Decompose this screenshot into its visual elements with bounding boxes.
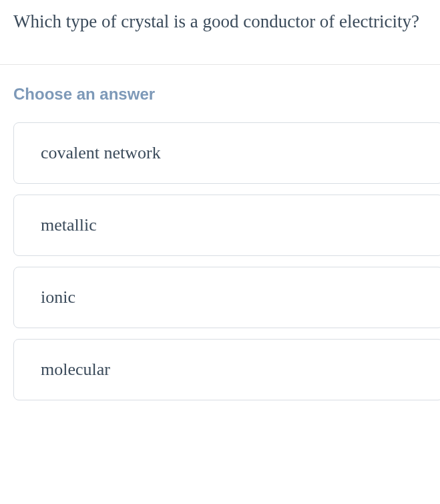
choose-answer-label: Choose an answer xyxy=(13,85,440,104)
answer-section: Choose an answer covalent network metall… xyxy=(0,65,440,400)
answer-option-label: ionic xyxy=(41,287,75,307)
answer-option-label: covalent network xyxy=(41,143,161,162)
answer-option-ionic[interactable]: ionic xyxy=(13,267,440,328)
answer-option-label: metallic xyxy=(41,215,97,235)
question-text: Which type of crystal is a good conducto… xyxy=(13,7,427,37)
question-section: Which type of crystal is a good conducto… xyxy=(0,0,440,65)
answer-option-label: molecular xyxy=(41,360,110,379)
answer-option-molecular[interactable]: molecular xyxy=(13,339,440,400)
answer-option-metallic[interactable]: metallic xyxy=(13,195,440,256)
answer-option-covalent-network[interactable]: covalent network xyxy=(13,122,440,184)
